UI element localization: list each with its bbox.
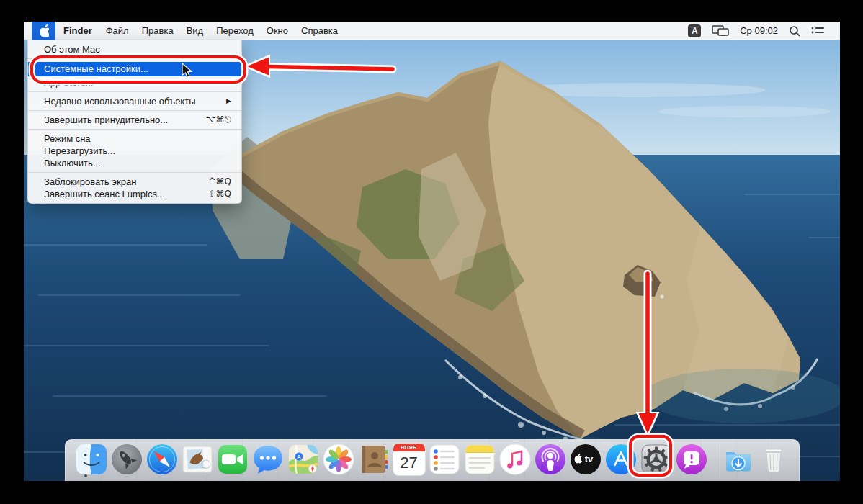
menu-item-restart[interactable]: Перезагрузить... bbox=[28, 145, 241, 157]
calendar-day-label: 27 bbox=[393, 451, 425, 475]
notes-icon[interactable] bbox=[463, 443, 496, 476]
spotlight-search-icon[interactable] bbox=[789, 25, 800, 37]
desktop: Finder Файл Правка Вид Переход Окно Спра… bbox=[24, 22, 840, 481]
menu-item-sleep[interactable]: Режим сна bbox=[28, 132, 241, 145]
annotation-circle-dock-icon bbox=[629, 435, 672, 477]
menu-separator bbox=[28, 91, 241, 92]
messages-icon[interactable] bbox=[251, 443, 285, 476]
menubar-item-file[interactable]: Файл bbox=[99, 22, 135, 40]
calendar-icon[interactable]: НОЯБ 27 bbox=[393, 443, 426, 476]
input-source-indicator[interactable]: A bbox=[688, 24, 701, 37]
svg-text:A: A bbox=[297, 453, 301, 459]
podcasts-icon[interactable] bbox=[534, 443, 567, 476]
apple-logo-icon bbox=[39, 24, 49, 37]
photos-icon[interactable] bbox=[322, 443, 355, 476]
submenu-arrow-icon: ▶ bbox=[226, 95, 231, 107]
apple-tv-icon[interactable]: tv bbox=[569, 443, 602, 476]
mouse-cursor bbox=[182, 63, 193, 78]
apple-menu-button[interactable] bbox=[32, 22, 55, 40]
finder-running-indicator bbox=[84, 474, 87, 477]
menubar-item-go[interactable]: Переход bbox=[210, 22, 260, 40]
facetime-icon[interactable] bbox=[216, 443, 249, 476]
menu-item-shut-down[interactable]: Выключить... bbox=[28, 157, 241, 169]
svg-text:tv: tv bbox=[584, 454, 593, 464]
music-icon[interactable] bbox=[498, 443, 532, 476]
menu-separator bbox=[28, 110, 241, 111]
notification-center-icon[interactable] bbox=[811, 26, 824, 36]
dock-separator bbox=[715, 444, 715, 478]
contacts-icon[interactable] bbox=[357, 443, 390, 476]
menubar-app-name[interactable]: Finder bbox=[55, 22, 99, 40]
finder-icon[interactable] bbox=[75, 443, 108, 476]
menu-bar: Finder Файл Правка Вид Переход Окно Спра… bbox=[24, 22, 840, 40]
maps-icon[interactable]: A bbox=[287, 443, 320, 476]
screenshot-frame: Finder Файл Правка Вид Переход Окно Спра… bbox=[0, 0, 863, 504]
annotation-circle-menu-item bbox=[30, 55, 246, 84]
dock: A bbox=[65, 439, 800, 481]
screen-mirroring-icon[interactable] bbox=[712, 25, 729, 37]
safari-icon[interactable] bbox=[146, 443, 179, 476]
menu-separator bbox=[28, 172, 241, 173]
menubar-item-edit[interactable]: Правка bbox=[135, 22, 180, 40]
menu-item-about-mac[interactable]: Об этом Mac bbox=[28, 43, 241, 55]
downloads-folder-icon[interactable] bbox=[722, 443, 755, 476]
menubar-clock[interactable]: Ср 09:02 bbox=[740, 25, 778, 36]
mail-icon[interactable] bbox=[181, 443, 214, 476]
menu-item-lock-screen[interactable]: Заблокировать экран ^⌘Q bbox=[28, 176, 241, 188]
shortcut-force-quit: ⌥⌘⎋ bbox=[206, 114, 231, 126]
shortcut-log-out: ⇧⌘Q bbox=[209, 188, 232, 200]
launchpad-icon[interactable] bbox=[110, 443, 143, 476]
trash-icon[interactable] bbox=[757, 443, 790, 476]
menu-item-force-quit[interactable]: Завершить принудительно... ⌥⌘⎋ bbox=[28, 114, 241, 126]
feedback-assistant-icon[interactable] bbox=[675, 443, 708, 476]
menu-item-log-out[interactable]: Завершить сеанс Lumpics... ⇧⌘Q bbox=[28, 188, 241, 200]
menubar-item-window[interactable]: Окно bbox=[260, 22, 295, 40]
menubar-item-help[interactable]: Справка bbox=[295, 22, 344, 40]
reminders-icon[interactable] bbox=[428, 443, 461, 476]
menu-item-recent-items[interactable]: Недавно использованные объекты ▶ bbox=[28, 95, 241, 107]
menubar-item-view[interactable]: Вид bbox=[180, 22, 210, 40]
shortcut-lock-screen: ^⌘Q bbox=[209, 176, 232, 188]
calendar-month-label: НОЯБ bbox=[393, 444, 425, 451]
menu-separator bbox=[28, 129, 241, 130]
